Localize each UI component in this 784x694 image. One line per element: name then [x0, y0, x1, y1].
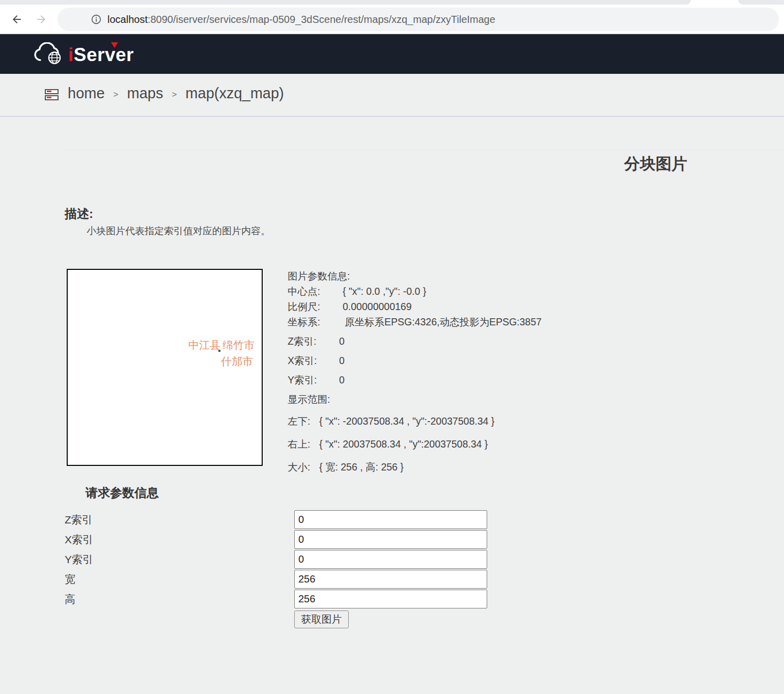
- image-params-panel: 图片参数信息: 中心点:{ "x": 0.0 ,"y": -0.0 } 比例尺:…: [288, 270, 654, 473]
- description-text: 小块图片代表指定索引值对应的图片内容。: [87, 225, 270, 238]
- logo-triangle-accent: [111, 42, 118, 48]
- param-row-z: Z索引:0: [288, 336, 654, 347]
- info-icon[interactable]: [91, 14, 102, 25]
- iserver-logo[interactable]: iServer: [34, 43, 134, 67]
- param-row-x: X索引:0: [288, 355, 654, 367]
- browser-tab-strip: [0, 0, 784, 5]
- url-text: localhost:8090/iserver/services/map-0509…: [107, 8, 495, 31]
- param-row-center: 中心点:{ "x": 0.0 ,"y": -0.0 }: [288, 286, 654, 297]
- range-row-size: 大小:{ 宽: 256 , 高: 256 }: [288, 461, 654, 473]
- breadcrumb-item-maps[interactable]: maps: [127, 85, 163, 102]
- page-title: 分块图片: [624, 153, 687, 175]
- cloud-globe-icon: [34, 42, 64, 68]
- content-divider: [65, 150, 784, 150]
- breadcrumb-separator: >: [114, 90, 119, 100]
- param-row-scale: 比例尺:0.00000000169: [288, 301, 654, 313]
- breadcrumb-item-map[interactable]: map(xzq_map): [185, 85, 284, 102]
- z-index-label: Z索引: [65, 510, 217, 529]
- back-button[interactable]: [11, 13, 23, 25]
- range-row-bottom-left: 左下:{ "x": -20037508.34 , "y":-20037508.3…: [288, 415, 654, 427]
- width-input[interactable]: [294, 570, 487, 589]
- z-index-input[interactable]: [294, 510, 487, 529]
- tab-strip-segment: [0, 0, 691, 5]
- y-index-label: Y索引: [65, 550, 217, 569]
- tab-strip-segment: [738, 0, 784, 5]
- iserver-header: iServer: [0, 34, 784, 74]
- url-host: localhost: [107, 14, 148, 25]
- request-params-heading: 请求参数信息: [86, 485, 159, 501]
- height-label: 高: [65, 590, 217, 608]
- breadcrumb-item-home[interactable]: home: [68, 85, 105, 102]
- url-path: :8090/iserver/services/map-0509_3dScene/…: [148, 14, 495, 25]
- get-image-button[interactable]: 获取图片: [294, 610, 349, 628]
- logo-text: iServer: [68, 44, 134, 66]
- height-input[interactable]: [294, 590, 487, 608]
- tile-image-preview: 中江县绵竹市 什邡市: [67, 269, 263, 466]
- y-index-input[interactable]: [294, 550, 487, 569]
- tile-map-point: [218, 350, 220, 352]
- forward-button[interactable]: [35, 13, 47, 25]
- browser-toolbar: localhost:8090/iserver/services/map-0509…: [0, 5, 784, 34]
- range-row-top-right: 右上:{ "x": 20037508.34 , "y":20037508.34 …: [288, 438, 654, 450]
- x-index-input[interactable]: [294, 530, 487, 549]
- params-heading: 图片参数信息:: [288, 270, 654, 282]
- range-heading: 显示范围:: [288, 394, 654, 405]
- tile-map-label: 什邡市: [221, 354, 253, 369]
- description-heading: 描述:: [65, 206, 93, 222]
- breadcrumb-separator: >: [172, 90, 177, 100]
- url-bar[interactable]: localhost:8090/iserver/services/map-0509…: [58, 8, 779, 31]
- param-row-y: Y索引:0: [288, 374, 654, 386]
- tile-map-label: 中江县绵竹市: [188, 338, 255, 352]
- breadcrumb: home > maps > map(xzq_map): [0, 74, 784, 117]
- server-stack-icon: [45, 89, 59, 101]
- x-index-label: X索引: [65, 530, 217, 549]
- param-row-crs: 坐标系:原坐标系EPSG:4326,动态投影为EPSG:3857: [288, 316, 654, 328]
- width-label: 宽: [65, 570, 217, 589]
